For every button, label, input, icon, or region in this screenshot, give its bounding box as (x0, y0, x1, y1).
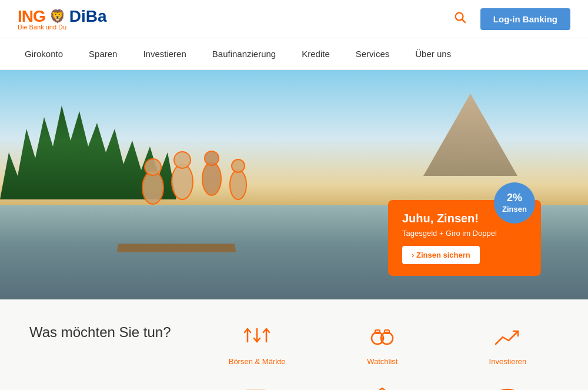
login-button[interactable]: Log-in Banking (480, 8, 570, 30)
actions-section: Was möchten Sie tun? Börsen & Märkte (0, 299, 588, 390)
nav-item-baufinanzierung[interactable]: Baufinanzierung (199, 38, 289, 69)
actions-title: Was möchten Sie tun? (29, 323, 171, 341)
search-button[interactable] (451, 8, 469, 29)
action-bauen-kaufen[interactable]: Bauen oder kaufen (332, 384, 433, 390)
nav-item-girokonto[interactable]: Girokonto (12, 38, 76, 69)
hero-section: 2% Zinsen Juhu, Zinsen! Tagesgeld + Giro… (0, 70, 588, 299)
svg-point-7 (205, 151, 219, 165)
logo-diba: DiBa (69, 7, 107, 26)
nav-item-kredite[interactable]: Kredite (289, 38, 343, 69)
nav-item-sparen[interactable]: Sparen (76, 38, 130, 69)
action-watchlist[interactable]: Watchlist (332, 323, 433, 366)
action-girokonto[interactable]: Girokonto eröffnen (206, 384, 308, 390)
logo-lion-icon: 🦁 (49, 9, 65, 24)
promo-badge-label: Zinsen (502, 205, 527, 214)
header: ING 🦁 DiBa Die Bank und Du Log-in Bankin… (0, 0, 588, 38)
action-boersen-label: Börsen & Märkte (229, 357, 286, 366)
svg-point-6 (202, 162, 221, 195)
svg-line-1 (462, 19, 465, 22)
nav-item-ueber-uns[interactable]: Über uns (402, 38, 464, 69)
promo-badge-percent: 2% (507, 192, 522, 205)
binoculars-icon (365, 323, 400, 352)
action-investieren-label: Investieren (489, 357, 527, 366)
nav-item-services[interactable]: Services (343, 38, 403, 69)
cards-icon (239, 384, 275, 390)
header-right: Log-in Banking (451, 8, 570, 30)
svg-point-8 (230, 170, 246, 199)
nav-item-investieren[interactable]: Investieren (130, 38, 199, 69)
logo-tagline: Die Bank und Du (18, 24, 66, 31)
action-boersen-maerkte[interactable]: Börsen & Märkte (206, 323, 308, 366)
svg-point-3 (145, 159, 161, 175)
trend-up-icon (490, 323, 525, 352)
svg-point-4 (172, 164, 193, 199)
hero-figures (118, 111, 306, 241)
promo-subtitle: Tagesgeld + Giro im Doppel (402, 229, 527, 238)
action-watchlist-label: Watchlist (367, 357, 397, 366)
coins-icon: € (490, 384, 525, 390)
action-investieren[interactable]: Investieren (457, 323, 559, 366)
arrows-updown-icon (239, 323, 275, 352)
promo-cta-button[interactable]: › Zinsen sichern (402, 246, 480, 264)
svg-point-2 (142, 171, 163, 204)
hero-dock (117, 244, 236, 252)
promo-box: 2% Zinsen Juhu, Zinsen! Tagesgeld + Giro… (388, 200, 541, 276)
logo: ING 🦁 DiBa Die Bank und Du (18, 7, 107, 31)
search-icon (453, 11, 466, 24)
actions-grid: Börsen & Märkte Watchlist (206, 323, 559, 390)
promo-badge: 2% Zinsen (494, 182, 535, 224)
house-icon (365, 384, 400, 390)
svg-point-9 (232, 159, 245, 172)
action-finanzieren[interactable]: € Finanzieren (457, 384, 559, 390)
main-nav: Girokonto Sparen Investieren Baufinanzie… (0, 38, 588, 70)
svg-point-5 (174, 152, 191, 168)
